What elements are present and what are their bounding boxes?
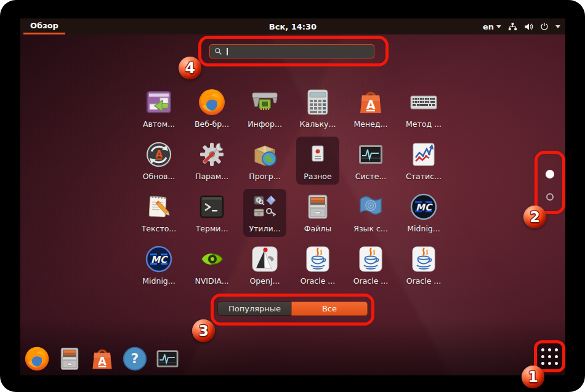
dock-files[interactable] — [55, 345, 84, 373]
app-hardware-info[interactable]: Инфор... — [238, 84, 291, 136]
java-icon — [356, 244, 385, 274]
power-icon[interactable] — [540, 22, 549, 31]
network-icon[interactable] — [508, 22, 517, 31]
app-software-manager[interactable]: Менед... — [344, 84, 397, 136]
app-files[interactable]: Файлы — [291, 188, 344, 241]
chevron-down-icon — [496, 25, 501, 28]
system-monitor-icon — [356, 140, 385, 169]
text-editor-icon — [144, 192, 174, 222]
text-cursor — [227, 48, 228, 55]
software-updater-icon — [144, 140, 174, 169]
settings-icon — [197, 140, 227, 169]
app-language-support[interactable]: Язык с... — [344, 188, 397, 241]
app-software-sources[interactable]: Прогр... — [238, 136, 291, 188]
app-midnight-commander-2[interactable]: Midnig... — [132, 241, 185, 293]
midnight-commander-blue-icon — [144, 244, 174, 274]
app-system-monitor[interactable]: Систе... — [344, 136, 397, 188]
chevron-down-icon — [555, 25, 560, 28]
screenshot-root: Обзор Вск, 14:30 en 4 Автом... — [0, 0, 585, 392]
app-web-browser[interactable]: Веб-бр... — [185, 84, 238, 136]
app-oracle-java-2[interactable]: Oracle ... — [344, 241, 397, 293]
window-frame: Обзор Вск, 14:30 en 4 Автом... — [0, 0, 585, 392]
firefox-icon — [23, 345, 50, 372]
search-input[interactable] — [209, 44, 374, 58]
annotation-badge-2: 2 — [523, 206, 546, 228]
filter-all-button[interactable]: Все — [291, 302, 368, 316]
software-store-icon — [89, 345, 116, 372]
automation-icon — [144, 87, 174, 117]
app-midnight-commander[interactable]: Midnig... — [397, 188, 450, 241]
filter-popular-button[interactable]: Популярные — [217, 302, 291, 316]
app-filter-switcher: Популярные Все — [217, 302, 368, 316]
language-support-icon — [356, 192, 385, 222]
top-bar: Обзор Вск, 14:30 en — [20, 18, 565, 34]
dock-help[interactable] — [121, 345, 149, 373]
keyboard-layout-indicator[interactable]: en — [483, 22, 501, 31]
files-icon — [303, 192, 333, 222]
java-icon — [409, 244, 438, 274]
calculator-icon — [303, 87, 333, 117]
files-cabinet-icon — [56, 345, 83, 372]
dock-firefox[interactable] — [23, 345, 51, 373]
dock-system-monitor[interactable] — [153, 345, 182, 373]
terminal-icon — [197, 192, 227, 222]
folder-utilities[interactable]: Утили... — [243, 189, 286, 237]
annotation-box-pager — [535, 151, 565, 214]
app-input-method[interactable]: Метод ... — [397, 84, 450, 136]
system-monitor-icon — [154, 345, 181, 372]
software-sources-icon — [250, 140, 280, 169]
misc-folder-icon — [303, 140, 333, 169]
overview-button[interactable]: Обзор — [23, 18, 65, 34]
volume-icon[interactable] — [524, 22, 533, 31]
folder-misc[interactable]: Разное — [296, 137, 339, 185]
nvidia-icon — [197, 244, 227, 274]
software-store-icon — [356, 87, 385, 117]
hardware-info-icon — [250, 87, 280, 117]
annotation-badge-3: 3 — [192, 319, 215, 342]
system-status-area[interactable]: en — [483, 18, 560, 34]
app-calculator[interactable]: Кальку... — [291, 84, 344, 136]
dock-software[interactable] — [88, 345, 116, 373]
app-grid-icon — [541, 348, 558, 365]
clock[interactable]: Вск, 14:30 — [269, 18, 317, 34]
app-oracle-java-3[interactable]: Oracle ... — [397, 241, 450, 293]
app-oracle-java-1[interactable]: Oracle ... — [291, 241, 344, 293]
search-icon — [214, 47, 222, 55]
midnight-commander-icon — [409, 192, 438, 222]
app-statistics[interactable]: Статис... — [397, 136, 450, 188]
show-applications-button[interactable] — [537, 343, 562, 369]
statistics-icon — [409, 140, 438, 169]
page-dot-2[interactable] — [546, 193, 554, 201]
app-settings[interactable]: Парам... — [185, 136, 238, 188]
utilities-folder-icon — [250, 192, 280, 222]
keyboard-icon — [409, 87, 438, 117]
page-dot-1-active[interactable] — [546, 170, 554, 178]
java-icon — [303, 244, 333, 274]
firefox-icon — [197, 87, 227, 117]
app-nvidia-settings[interactable]: NVIDIA... — [185, 241, 238, 293]
app-text-editor[interactable]: Тексто... — [132, 188, 185, 241]
application-grid: Автом... Веб-бр... Инфор... Кальку... Ме… — [132, 84, 450, 293]
openjdk-duke-icon — [250, 244, 280, 274]
app-openjdk[interactable]: OpenJ... — [238, 241, 291, 293]
dock — [23, 345, 182, 373]
app-terminal[interactable]: Терми... — [185, 188, 238, 241]
gnome-activities-overview: Обзор Вск, 14:30 en 4 Автом... — [20, 18, 565, 375]
app-software-updater[interactable]: Обнов... — [132, 136, 185, 188]
help-icon — [121, 345, 148, 372]
annotation-badge-1: 1 — [522, 366, 544, 388]
app-automation[interactable]: Автом... — [132, 84, 185, 136]
annotation-badge-4: 4 — [179, 57, 201, 79]
